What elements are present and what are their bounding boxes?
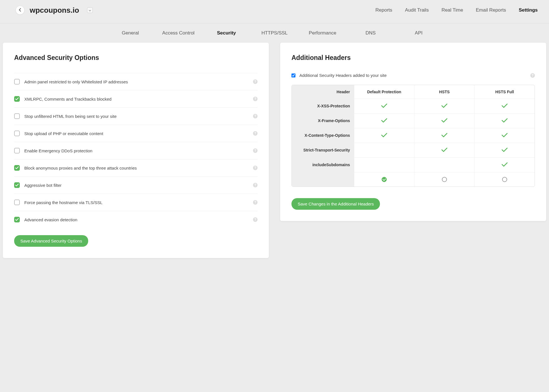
table-cell (354, 99, 414, 113)
protection-level-radio[interactable] (382, 177, 387, 182)
enable-additional-headers-checkbox[interactable] (291, 73, 295, 77)
option-row: Force passing the hostname via TLS/SSL? (14, 194, 258, 211)
option-label: Admin panel restricted to only Whitelist… (24, 79, 253, 84)
check-icon (381, 133, 387, 138)
check-icon (441, 103, 448, 109)
help-icon[interactable]: ? (253, 114, 258, 118)
check-icon (502, 118, 508, 124)
option-checkbox[interactable] (14, 131, 20, 136)
topnav-item-real-time[interactable]: Real Time (442, 7, 463, 13)
help-icon[interactable]: ? (253, 79, 258, 84)
help-icon[interactable]: ? (530, 73, 535, 78)
site-selector-dropdown[interactable] (87, 7, 93, 13)
subnav-item-dns[interactable]: DNS (347, 30, 395, 36)
table-header-cell: HSTS Full (474, 85, 535, 99)
header-name-cell: X-Frame-Options (292, 113, 354, 128)
check-icon (502, 162, 508, 168)
option-checkbox[interactable] (14, 182, 20, 188)
help-icon[interactable]: ? (253, 183, 258, 187)
option-label: Advanced evasion detection (24, 217, 253, 222)
option-label: Enable Emergency DDoS protection (24, 148, 253, 153)
check-icon (441, 133, 448, 138)
check-icon (441, 118, 448, 124)
subnav-item-https-ssl[interactable]: HTTPS/SSL (250, 30, 299, 36)
option-checkbox[interactable] (14, 200, 20, 205)
subnav-item-general[interactable]: General (106, 30, 154, 36)
top-bar: wpcoupons.io ReportsAudit TrailsReal Tim… (0, 0, 549, 23)
header-name-cell: X-Content-Type-Options (292, 128, 354, 143)
help-icon[interactable]: ? (253, 217, 258, 222)
topnav-item-audit-trails[interactable]: Audit Trails (405, 7, 429, 13)
table-cell (474, 143, 535, 157)
table-cell (474, 157, 535, 172)
option-checkbox[interactable] (14, 217, 20, 222)
header-name-cell: includeSubdomains (292, 157, 354, 172)
protection-level-radio[interactable] (502, 177, 507, 182)
help-icon[interactable]: ? (253, 97, 258, 101)
topnav-item-settings[interactable]: Settings (519, 7, 538, 13)
table-cell (414, 113, 474, 128)
save-advanced-security-button[interactable]: Save Advanced Security Options (14, 235, 88, 247)
table-row: X-Frame-Options (292, 113, 535, 128)
enable-additional-headers-label: Additional Security Headers added to you… (299, 73, 530, 78)
option-checkbox[interactable] (14, 96, 20, 102)
option-label: Block anonymous proxies and the top thre… (24, 166, 253, 170)
headers-table: HeaderDefault ProtectionHSTSHSTS FullX-X… (291, 85, 535, 187)
table-cell (414, 157, 474, 172)
enable-additional-headers-row: Additional Security Headers added to you… (291, 73, 535, 78)
top-nav: ReportsAudit TrailsReal TimeEmail Report… (375, 7, 538, 13)
option-label: XMLRPC, Comments and Trackbacks blocked (24, 97, 253, 101)
option-checkbox[interactable] (14, 113, 20, 119)
help-icon[interactable]: ? (253, 148, 258, 153)
table-header-cell: Default Protection (354, 85, 414, 99)
check-icon (441, 148, 448, 153)
check-icon (381, 103, 387, 109)
option-label: Aggressive bot filter (24, 183, 253, 188)
table-cell (414, 99, 474, 113)
help-icon[interactable]: ? (253, 200, 258, 205)
top-bar-left: wpcoupons.io (16, 6, 93, 15)
subnav-item-api[interactable]: API (395, 30, 443, 36)
header-name-cell: X-XSS-Protection (292, 99, 354, 113)
back-button[interactable] (16, 6, 25, 15)
table-cell (414, 143, 474, 157)
help-icon[interactable]: ? (253, 131, 258, 136)
table-cell (474, 128, 535, 143)
site-title: wpcoupons.io (30, 6, 79, 15)
sub-nav: GeneralAccess ControlSecurityHTTPS/SSLPe… (0, 23, 549, 43)
options-list: Admin panel restricted to only Whitelist… (14, 73, 258, 228)
advanced-security-panel: Advanced Security Options Admin panel re… (3, 43, 269, 258)
option-checkbox[interactable] (14, 79, 20, 85)
option-row: Enable Emergency DDoS protection? (14, 142, 258, 159)
option-label: Stop unfiltered HTML from being sent to … (24, 114, 253, 119)
option-row: Admin panel restricted to only Whitelist… (14, 73, 258, 90)
table-cell (474, 172, 535, 187)
table-cell (414, 128, 474, 143)
table-cell (474, 99, 535, 113)
protection-level-radio[interactable] (442, 177, 447, 182)
check-icon (502, 148, 508, 153)
content: Advanced Security Options Admin panel re… (0, 43, 549, 267)
subnav-item-performance[interactable]: Performance (299, 30, 347, 36)
help-icon[interactable]: ? (253, 166, 258, 170)
panel-title: Advanced Security Options (14, 54, 258, 62)
table-header-cell: HSTS (414, 85, 474, 99)
table-radio-row (292, 172, 535, 187)
table-row: X-XSS-Protection (292, 99, 535, 113)
subnav-item-security[interactable]: Security (202, 30, 250, 36)
table-cell (354, 113, 414, 128)
topnav-item-email-reports[interactable]: Email Reports (476, 7, 506, 13)
chevron-down-icon (89, 8, 91, 12)
table-cell (354, 128, 414, 143)
additional-headers-panel: Additional Headers Additional Security H… (280, 43, 546, 221)
option-checkbox[interactable] (14, 165, 20, 171)
check-icon (381, 118, 387, 124)
option-row: Stop unfiltered HTML from being sent to … (14, 107, 258, 125)
table-header-row: HeaderDefault ProtectionHSTSHSTS Full (292, 85, 535, 99)
option-checkbox[interactable] (14, 148, 20, 153)
subnav-item-access-control[interactable]: Access Control (154, 30, 202, 36)
save-additional-headers-button[interactable]: Save Changes in the Additional Headers (291, 198, 380, 210)
table-cell (354, 157, 414, 172)
table-cell (354, 172, 414, 187)
topnav-item-reports[interactable]: Reports (375, 7, 392, 13)
